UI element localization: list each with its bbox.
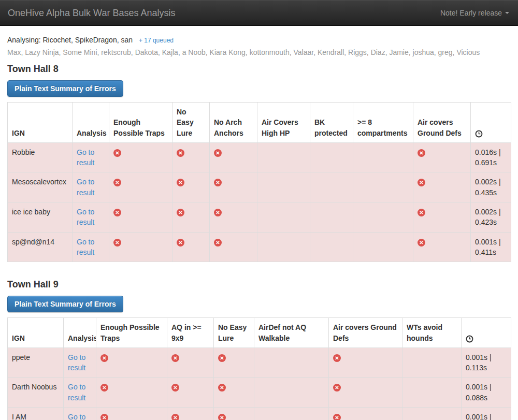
release-dropdown[interactable]: Note! Early release bbox=[439, 0, 510, 26]
error-x-icon: ✕ bbox=[214, 239, 222, 247]
clock-icon bbox=[475, 130, 483, 138]
clock-column-header bbox=[471, 103, 511, 143]
error-cell: ✕ bbox=[214, 408, 254, 420]
error-cell: ✕ bbox=[109, 232, 172, 262]
column-header: Air covers Ground Defs bbox=[413, 103, 471, 143]
column-header: No Arch Anchors bbox=[210, 103, 257, 143]
error-cell: ✕ bbox=[172, 172, 210, 202]
error-cell: ✕ bbox=[413, 172, 471, 202]
column-header: No Easy Lure bbox=[172, 103, 210, 143]
error-x-icon: ✕ bbox=[100, 384, 108, 392]
column-header: Analysis bbox=[73, 103, 109, 143]
empty-cell bbox=[254, 378, 329, 408]
time-cell: 0.016s | 0.691s bbox=[471, 142, 511, 172]
time-cell: 0.002s | 0.435s bbox=[471, 172, 511, 202]
empty-cell bbox=[353, 142, 413, 172]
analysis-table: IGNAnalysisEnough Possible TrapsAQ in >=… bbox=[7, 317, 511, 420]
analysis-cell: Go to result bbox=[73, 202, 109, 233]
town-hall-section: Town Hall 8Plain Text Summary of ErrorsI… bbox=[7, 64, 511, 262]
error-x-icon: ✕ bbox=[177, 149, 184, 157]
table-row: MesoscalevortexGo to result✕✕✕✕0.002s | … bbox=[8, 172, 511, 202]
time-cell: 0.001s | 0.113s bbox=[462, 347, 511, 378]
empty-cell bbox=[254, 408, 329, 420]
error-x-icon: ✕ bbox=[113, 179, 121, 186]
time-cell: 0.001s | 0.086s bbox=[462, 408, 511, 420]
error-x-icon: ✕ bbox=[214, 149, 222, 157]
table-row: ppeteGo to result✕✕✕✕0.001s | 0.113s bbox=[8, 347, 511, 378]
page-content: Analysing: Ricochet, SpikeDragon, san + … bbox=[0, 36, 518, 420]
column-header: No Easy Lure bbox=[214, 318, 254, 348]
error-cell: ✕ bbox=[167, 378, 214, 408]
error-cell: ✕ bbox=[167, 408, 214, 420]
analysis-cell: Go to result bbox=[73, 172, 109, 202]
error-x-icon: ✕ bbox=[418, 149, 425, 157]
clock-icon bbox=[466, 335, 473, 343]
analysis-cell: Go to result bbox=[64, 408, 96, 420]
plain-text-summary-button[interactable]: Plain Text Summary of Errors bbox=[7, 296, 123, 312]
ign-cell: sp@nd@n14 bbox=[8, 232, 73, 262]
empty-cell bbox=[310, 202, 353, 233]
error-cell: ✕ bbox=[329, 378, 402, 408]
empty-cell bbox=[402, 347, 462, 378]
go-to-result-link[interactable]: Go to result bbox=[68, 383, 85, 401]
column-header: WTs avoid hounds bbox=[402, 318, 462, 348]
empty-cell bbox=[402, 378, 462, 408]
go-to-result-link[interactable]: Go to result bbox=[68, 353, 85, 372]
error-cell: ✕ bbox=[329, 347, 402, 378]
column-header: Analysis bbox=[64, 318, 96, 348]
section-title: Town Hall 9 bbox=[7, 279, 511, 290]
chevron-down-icon bbox=[505, 12, 509, 14]
go-to-result-link[interactable]: Go to result bbox=[77, 178, 94, 196]
error-cell: ✕ bbox=[329, 408, 402, 420]
empty-cell bbox=[310, 232, 353, 262]
column-header: Enough Possible Traps bbox=[109, 103, 172, 143]
error-cell: ✕ bbox=[210, 202, 257, 233]
empty-cell bbox=[353, 172, 413, 202]
empty-cell bbox=[254, 347, 329, 378]
error-cell: ✕ bbox=[96, 347, 167, 378]
column-header: AQ in >= 9x9 bbox=[167, 318, 214, 348]
error-x-icon: ✕ bbox=[218, 354, 226, 362]
error-cell: ✕ bbox=[413, 232, 471, 262]
analysis-cell: Go to result bbox=[64, 347, 96, 378]
error-x-icon: ✕ bbox=[218, 414, 226, 420]
empty-cell bbox=[310, 142, 353, 172]
column-header: >= 8 compartments bbox=[353, 103, 413, 143]
time-cell: 0.002s | 0.423s bbox=[471, 202, 511, 233]
analysis-cell: Go to result bbox=[64, 378, 96, 408]
error-cell: ✕ bbox=[172, 232, 210, 262]
go-to-result-link[interactable]: Go to result bbox=[77, 208, 94, 226]
go-to-result-link[interactable]: Go to result bbox=[68, 413, 85, 420]
error-x-icon: ✕ bbox=[177, 179, 184, 186]
queued-count-link[interactable]: + 17 queued bbox=[139, 37, 174, 44]
error-cell: ✕ bbox=[413, 142, 471, 172]
empty-cell bbox=[353, 232, 413, 262]
error-cell: ✕ bbox=[109, 202, 172, 233]
empty-cell bbox=[402, 408, 462, 420]
column-header: Air Covers High HP bbox=[257, 103, 310, 143]
error-cell: ✕ bbox=[172, 202, 210, 233]
column-header: Enough Possible Traps bbox=[96, 318, 167, 348]
empty-cell bbox=[257, 172, 310, 202]
app-title: OneHive Alpha Bulk War Bases Analysis bbox=[8, 0, 175, 26]
go-to-result-link[interactable]: Go to result bbox=[77, 238, 94, 256]
error-x-icon: ✕ bbox=[418, 179, 425, 186]
empty-cell bbox=[257, 202, 310, 233]
error-cell: ✕ bbox=[172, 142, 210, 172]
column-header: AirDef not AQ Walkable bbox=[254, 318, 329, 348]
ign-cell: ice ice baby bbox=[8, 202, 73, 233]
ign-cell: ppete bbox=[8, 347, 64, 378]
table-row: Darth NoobusGo to result✕✕✕✕0.001s | 0.0… bbox=[8, 378, 511, 408]
queued-names: Max, Lazy Ninja, Some Mini, rektscrub, D… bbox=[7, 48, 511, 56]
error-cell: ✕ bbox=[109, 142, 172, 172]
plain-text-summary-button[interactable]: Plain Text Summary of Errors bbox=[7, 80, 123, 97]
column-header: Air covers Ground Defs bbox=[329, 318, 402, 348]
analysing-text: Analysing: Ricochet, SpikeDragon, san bbox=[7, 36, 133, 44]
error-cell: ✕ bbox=[96, 408, 167, 420]
error-x-icon: ✕ bbox=[418, 239, 425, 247]
analysis-table: IGNAnalysisEnough Possible TrapsNo Easy … bbox=[7, 102, 511, 262]
error-cell: ✕ bbox=[109, 172, 172, 202]
go-to-result-link[interactable]: Go to result bbox=[77, 148, 94, 167]
error-x-icon: ✕ bbox=[214, 179, 222, 186]
empty-cell bbox=[353, 202, 413, 233]
